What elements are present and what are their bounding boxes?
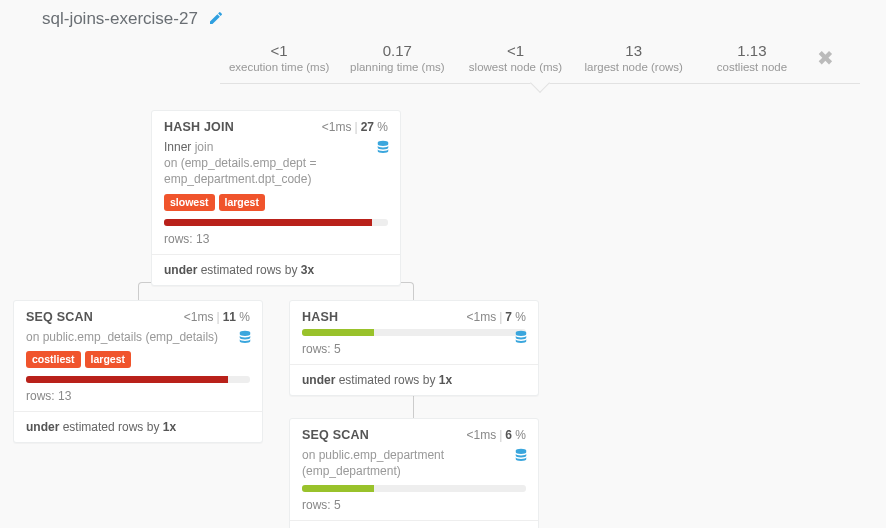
progress-fill — [164, 219, 372, 226]
database-icon — [514, 447, 528, 465]
progress-bar — [302, 329, 526, 336]
stat-value: 13 — [575, 42, 693, 59]
stat-costliest-node: 1.13 costliest node — [693, 42, 811, 73]
plan-node-hash-join[interactable]: HASH JOIN <1ms|27 % Inner join on (emp_d… — [151, 110, 401, 286]
page-title: sql-joins-exercise-27 — [42, 9, 198, 29]
stat-value: 1.13 — [693, 42, 811, 59]
stats-bar: <1 execution time (ms) 0.17 planning tim… — [220, 42, 860, 84]
node-description: Inner join on (emp_details.emp_dept = em… — [164, 139, 388, 188]
stat-value: 0.17 — [338, 42, 456, 59]
node-footer: under estimated rows by 1x — [290, 364, 538, 395]
progress-bar — [302, 485, 526, 492]
rows-count: rows: 13 — [164, 232, 388, 246]
stat-label: planning time (ms) — [338, 61, 456, 73]
tag-slowest: slowest — [164, 194, 215, 211]
stat-label: execution time (ms) — [220, 61, 338, 73]
stat-label: slowest node (ms) — [456, 61, 574, 73]
node-footer: under estimated rows by 1x — [290, 520, 538, 528]
node-footer: under estimated rows by 3x — [152, 254, 400, 285]
close-icon[interactable]: ✖ — [811, 46, 840, 70]
node-meta: <1ms|7 % — [466, 310, 526, 324]
progress-bar — [26, 376, 250, 383]
progress-fill — [302, 329, 374, 336]
plan-node-seq-scan-emp-department[interactable]: SEQ SCAN <1ms|6 % on public.emp_departme… — [289, 418, 539, 528]
database-icon — [376, 139, 390, 157]
rows-count: rows: 5 — [302, 342, 526, 356]
node-title: SEQ SCAN — [26, 310, 93, 324]
plan-node-seq-scan-emp-details[interactable]: SEQ SCAN <1ms|11 % on public.emp_details… — [13, 300, 263, 443]
node-meta: <1ms|27 % — [322, 120, 388, 134]
node-footer: under estimated rows by 1x — [14, 411, 262, 442]
progress-fill — [302, 485, 374, 492]
node-description: on public.emp_details (emp_details) — [26, 329, 250, 345]
progress-bar — [164, 219, 388, 226]
node-title: SEQ SCAN — [302, 428, 369, 442]
node-description: on public.emp_department (emp_department… — [302, 447, 526, 479]
rows-count: rows: 13 — [26, 389, 250, 403]
tag-largest: largest — [219, 194, 265, 211]
tag-largest: largest — [85, 351, 131, 368]
node-title: HASH — [302, 310, 338, 324]
stat-value: <1 — [456, 42, 574, 59]
plan-node-hash[interactable]: HASH <1ms|7 % rows: 5 under estimated ro… — [289, 300, 539, 396]
stat-planning-time: 0.17 planning time (ms) — [338, 42, 456, 73]
stat-value: <1 — [220, 42, 338, 59]
pointer-icon — [530, 73, 550, 93]
stat-execution-time: <1 execution time (ms) — [220, 42, 338, 73]
stat-label: largest node (rows) — [575, 61, 693, 73]
pencil-icon[interactable] — [208, 10, 224, 29]
database-icon — [238, 329, 252, 347]
stat-slowest-node: <1 slowest node (ms) — [456, 42, 574, 73]
node-meta: <1ms|11 % — [184, 310, 250, 324]
rows-count: rows: 5 — [302, 498, 526, 512]
node-title: HASH JOIN — [164, 120, 234, 134]
tag-costliest: costliest — [26, 351, 81, 368]
node-meta: <1ms|6 % — [466, 428, 526, 442]
database-icon — [514, 329, 528, 347]
progress-fill — [26, 376, 228, 383]
stat-largest-node: 13 largest node (rows) — [575, 42, 693, 73]
stat-label: costliest node — [693, 61, 811, 73]
